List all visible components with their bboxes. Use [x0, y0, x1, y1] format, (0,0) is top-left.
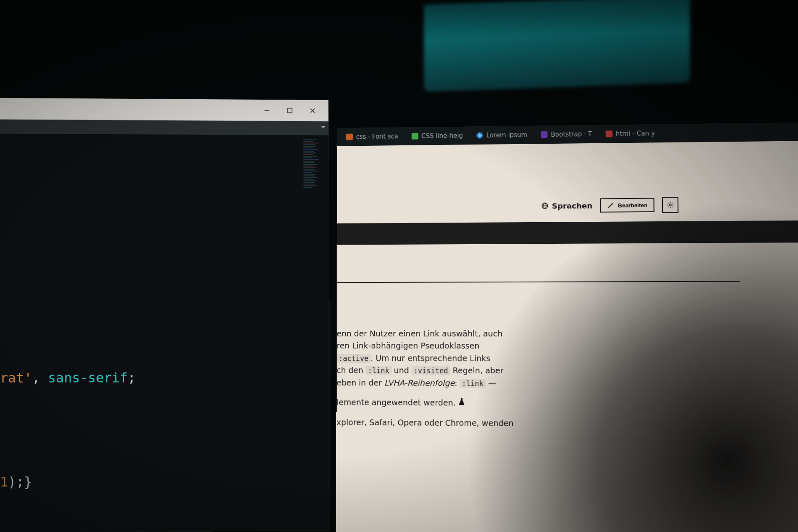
- page-content: Sprachen Bearbeiten enn der Nutzer einen…: [336, 141, 798, 532]
- svg-point-7: [669, 204, 671, 206]
- site-icon: [606, 130, 612, 137]
- ambient-glow: [424, 0, 690, 92]
- minimap[interactable]: [303, 139, 327, 262]
- tab-label: Bootstrap · T: [551, 130, 592, 138]
- article-actions: Sprachen Bearbeiten: [541, 197, 678, 214]
- stackoverflow-icon: [346, 134, 353, 140]
- tab-label: html - Can y: [616, 130, 655, 137]
- browser-tab[interactable]: Bootstrap · T: [535, 128, 598, 141]
- close-button[interactable]: [308, 106, 317, 115]
- code-token-number: 1: [0, 474, 8, 490]
- code-token-punct: ;: [128, 370, 135, 386]
- edit-button[interactable]: Bearbeiten: [600, 198, 655, 212]
- edit-label: Bearbeiten: [618, 202, 648, 208]
- article-text: eben in der: [337, 378, 384, 387]
- browser-tab[interactable]: html - Can y: [599, 127, 661, 140]
- tab-overflow-button[interactable]: [320, 124, 326, 132]
- article-body: enn der Nutzer einen Link auswählt, auch…: [336, 328, 555, 437]
- article-text: xplorer, Safari, Opera oder Chrome, wend…: [336, 417, 513, 428]
- maximize-button[interactable]: [285, 106, 294, 115]
- bootstrap-icon: [541, 131, 547, 138]
- pencil-icon: [607, 201, 615, 209]
- languages-button[interactable]: Sprachen: [541, 201, 592, 210]
- lorem-ipsum-icon: [476, 132, 483, 139]
- article-text: —: [485, 378, 496, 387]
- editor-tabbar: [0, 120, 328, 135]
- article-text: ch den: [337, 365, 366, 375]
- window-titlebar: [0, 98, 328, 121]
- tab-label: CSS line-heig: [421, 132, 463, 140]
- code-line: 1);}: [0, 474, 32, 490]
- gear-icon: [666, 201, 674, 208]
- code-inline: :active: [337, 354, 371, 363]
- browser-tab[interactable]: Lorem ipsum: [470, 129, 533, 142]
- article-text: und: [392, 366, 412, 375]
- svg-rect-1: [288, 108, 292, 113]
- code-line: rat', sans-serif;: [0, 370, 135, 386]
- w3schools-icon: [411, 133, 418, 140]
- article-emphasis: LVHA-Reihenfolge: [384, 378, 454, 387]
- article-text: lemente angewendet werden.: [337, 397, 456, 407]
- code-token-string: rat': [0, 370, 32, 386]
- article-text: :: [455, 378, 460, 387]
- code-inline: :link: [460, 379, 485, 388]
- header-band: [337, 221, 798, 245]
- tab-label: css - Font sca: [356, 132, 398, 140]
- minimize-button[interactable]: [262, 105, 271, 115]
- flask-icon: [458, 397, 465, 406]
- divider: [337, 281, 739, 283]
- article-text: . Um nur entsprechende Links: [371, 353, 490, 363]
- tab-label: Lorem ipsum: [486, 131, 527, 139]
- code-token-keyword: sans-serif: [48, 370, 128, 386]
- globe-icon: [541, 202, 548, 209]
- browser-tab[interactable]: css - Font sca: [340, 130, 404, 143]
- languages-label: Sprachen: [552, 201, 593, 210]
- code-inline: :link: [366, 366, 391, 375]
- article-text: Regeln, aber: [450, 366, 503, 375]
- browser-window: css - Font sca CSS line-heig Lorem ipsum…: [336, 123, 798, 532]
- browser-tab[interactable]: CSS line-heig: [406, 129, 469, 142]
- code-inline: :visited: [411, 366, 450, 375]
- code-token-punct: );}: [8, 474, 32, 490]
- code-editor-window: rat', sans-serif; 1);}: [0, 98, 330, 532]
- settings-button[interactable]: [662, 197, 679, 213]
- editor-body[interactable]: rat', sans-serif; 1);}: [0, 134, 330, 532]
- code-token-punct: ,: [32, 370, 48, 386]
- article-text: enn der Nutzer einen Link auswählt, auch: [337, 329, 502, 338]
- article-text: ren Link-abhängigen Pseudoklassen: [337, 341, 480, 350]
